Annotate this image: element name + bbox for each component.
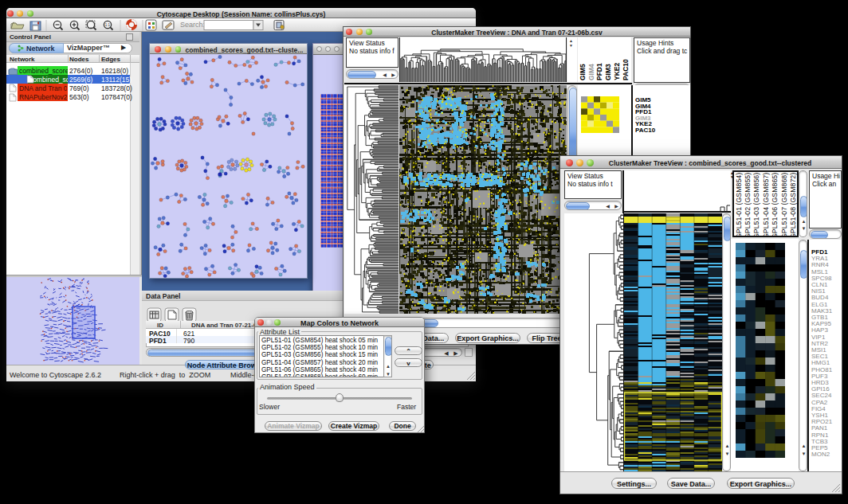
svg-text:Search:: Search: [180, 21, 205, 29]
svg-text:1:1: 1:1 [105, 23, 111, 27]
